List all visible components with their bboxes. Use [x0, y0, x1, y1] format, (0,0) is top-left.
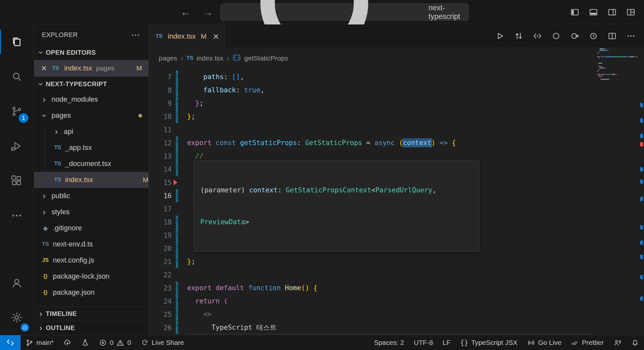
open-editor-item-index-tsx[interactable]: × TS index.tsx pages M — [34, 60, 148, 77]
split-editor-button[interactable] — [607, 31, 617, 41]
minimap[interactable] — [597, 48, 639, 80]
scm-changes-badge: 1 — [19, 113, 28, 123]
run-debug-activity-button[interactable] — [0, 129, 33, 163]
tree-item-styles[interactable]: ›styles — [34, 204, 148, 220]
live-share-button[interactable]: Live Share — [136, 335, 189, 350]
code-line-24[interactable]: 24 return ( — [149, 295, 597, 308]
minimap-line — [597, 71, 639, 72]
explorer-activity-button[interactable] — [0, 24, 33, 59]
tree-item-next-env-d-ts[interactable]: TSnext-env.d.ts — [34, 236, 148, 252]
open-editors-section-header[interactable]: › OPEN EDITORS — [34, 45, 148, 60]
code-line-9[interactable]: 9 }; — [149, 97, 597, 110]
toggle-primary-sidebar-button[interactable] — [570, 7, 580, 17]
git-gutter — [176, 268, 178, 281]
go-live-label: Go Live — [538, 339, 561, 346]
cloud-upload-icon — [63, 339, 71, 347]
language-mode-status[interactable]: {} TypeScript JSX — [455, 335, 522, 350]
code-line-12[interactable]: 12export const getStaticProps: GetStatic… — [149, 136, 597, 150]
code-token: } — [187, 113, 191, 120]
minimap-line — [597, 77, 639, 78]
code-line-11[interactable]: 11 — [149, 123, 597, 136]
bell-icon — [631, 339, 639, 347]
parameter-hover-tooltip: (parameter) context: GetStaticPropsConte… — [194, 161, 479, 252]
breadcrumb-folder[interactable]: pages — [159, 54, 177, 62]
tab-close-button[interactable]: × — [213, 31, 219, 41]
tree-item-package-json[interactable]: {}package.json — [34, 284, 148, 300]
remote-indicator[interactable] — [0, 335, 21, 350]
code-line-10[interactable]: 10}; — [149, 110, 597, 123]
minimap-line — [597, 50, 639, 51]
tree-item--app-tsx[interactable]: TS_app.tsx — [34, 140, 148, 156]
branch-name: main* — [36, 339, 54, 346]
code-line-22[interactable]: 22 — [149, 268, 597, 281]
tree-item-api[interactable]: ›api — [34, 124, 148, 140]
code-editor[interactable]: 7 paths: [],8 fallback: true,9 };10};111… — [149, 69, 597, 335]
ruler-modified-mark — [640, 103, 643, 107]
next-change-icon[interactable] — [570, 31, 580, 41]
project-name-label: NEXT-TYPESCRIPT — [46, 80, 107, 88]
tree-item-index-tsx[interactable]: TSindex.tsxM — [34, 172, 148, 188]
code-token: const — [216, 139, 236, 147]
back-button[interactable]: ← — [180, 6, 191, 18]
editor-bottom-rule — [187, 334, 594, 334]
inline-diff-icon[interactable] — [533, 31, 542, 41]
code-line-7[interactable]: 7 paths: [], — [149, 70, 597, 84]
overview-ruler-scrollbar[interactable] — [639, 48, 644, 335]
settings-button[interactable] — [0, 300, 33, 335]
explorer-actions-button[interactable]: ⋯ — [131, 30, 141, 40]
command-center-search[interactable]: next-typescript — [221, 4, 469, 21]
go-live-button[interactable]: Go Live — [522, 335, 566, 350]
indentation-status[interactable]: Spaces: 2 — [369, 335, 409, 350]
open-changes-icon[interactable] — [514, 31, 524, 41]
feedback-button[interactable] — [609, 335, 626, 350]
chevron-down-icon: › — [36, 81, 46, 88]
notifications-button[interactable] — [626, 335, 644, 350]
encoding-status[interactable]: UTF-8 — [409, 335, 438, 350]
gitlens-icon[interactable] — [589, 31, 598, 41]
code-line-23[interactable]: 23export default function Home() { — [149, 281, 597, 295]
tab-index-tsx[interactable]: TS index.tsx M × — [149, 24, 225, 48]
breadcrumb-symbol[interactable]: getStaticProps — [244, 54, 288, 62]
eol-status[interactable]: LF — [438, 335, 456, 350]
testing-status-button[interactable] — [76, 335, 94, 350]
timeline-section-header[interactable]: › TIMELINE — [34, 307, 148, 321]
code-line-8[interactable]: 8 fallback: true, — [149, 84, 597, 97]
code-token: [] — [232, 73, 240, 81]
toggle-secondary-sidebar-button[interactable] — [607, 7, 617, 17]
toggle-panel-button[interactable] — [589, 7, 598, 17]
outline-section-header[interactable]: › OUTLINE — [34, 321, 148, 335]
code-line-26[interactable]: 26 TypeScript 테스트 — [149, 321, 597, 334]
forward-button[interactable]: → — [202, 6, 213, 18]
line-number: 7 — [149, 73, 172, 81]
code-line-25[interactable]: 25 <> — [149, 308, 597, 321]
git-branch-status[interactable]: main* — [21, 335, 59, 350]
additional-views-button[interactable] — [0, 198, 33, 233]
close-icon[interactable]: × — [41, 63, 47, 73]
code-line-21[interactable]: 21}; — [149, 255, 597, 268]
tree-item-next-config-js[interactable]: JSnext.config.js — [34, 252, 148, 268]
breadcrumb-file[interactable]: index.tsx — [197, 54, 223, 62]
publish-changes-button[interactable] — [59, 335, 76, 350]
problems-status[interactable]: 0 0 — [94, 335, 136, 350]
prettier-status[interactable]: Prettier — [566, 335, 609, 350]
source-control-activity-button[interactable]: 1 — [0, 94, 33, 129]
tree-item-public[interactable]: ›public — [34, 188, 148, 204]
accounts-button[interactable] — [0, 265, 33, 300]
tree-item--document-tsx[interactable]: TS_document.tsx — [34, 156, 148, 172]
git-gutter-modified — [176, 189, 178, 202]
extensions-activity-button[interactable] — [0, 163, 33, 198]
more-actions-button[interactable] — [626, 31, 636, 41]
run-button[interactable] — [495, 31, 505, 41]
tree-item-pages[interactable]: ›pages — [34, 107, 148, 124]
tree-item-node-modules[interactable]: ›node_modules — [34, 91, 148, 107]
search-activity-button[interactable] — [0, 59, 33, 94]
indentation-label: Spaces: 2 — [374, 339, 404, 346]
tree-item-package-lock-json[interactable]: {}package-lock.json — [34, 268, 148, 284]
ruler-modified-mark — [640, 134, 643, 138]
project-section-header[interactable]: › NEXT-TYPESCRIPT — [34, 77, 148, 91]
custom-layout-button[interactable] — [626, 7, 636, 17]
line-number: 25 — [149, 311, 172, 318]
explorer-sidebar: EXPLORER ⋯ › OPEN EDITORS × TS index.tsx… — [34, 24, 149, 335]
tree-item--gitignore[interactable]: ◆.gitignore — [34, 220, 148, 236]
prev-change-icon[interactable] — [551, 31, 561, 41]
